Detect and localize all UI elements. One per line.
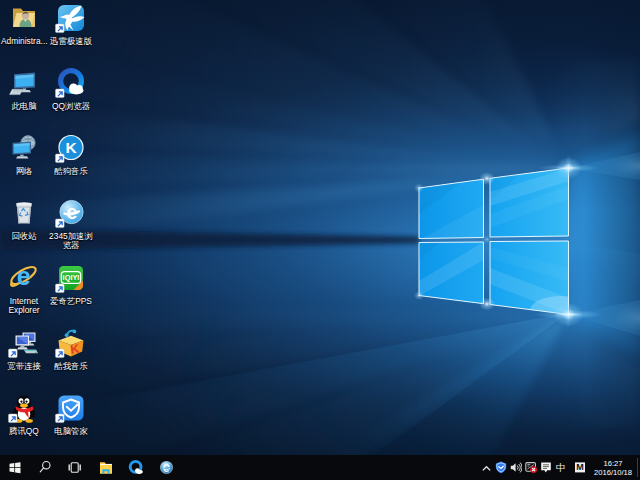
svg-text:M: M (576, 462, 584, 472)
svg-text:中: 中 (556, 462, 566, 473)
svg-text:K: K (66, 139, 78, 156)
svg-text:iQIYI: iQIYI (63, 273, 80, 282)
svg-text:e: e (17, 262, 31, 290)
